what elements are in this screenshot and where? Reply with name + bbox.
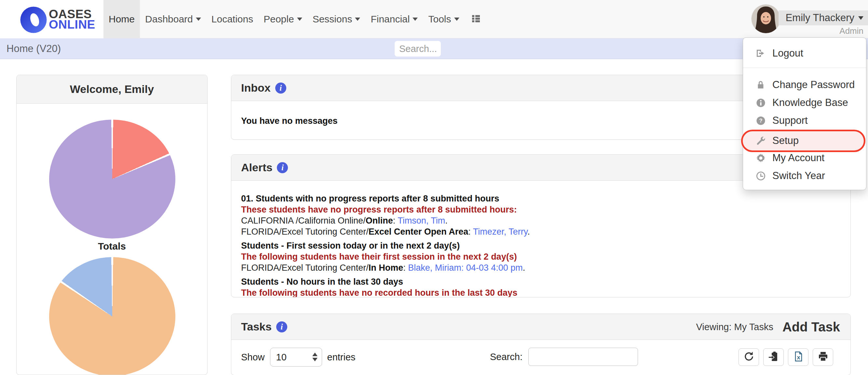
nav-item-label: People	[264, 14, 294, 25]
menu-item-change-password[interactable]: Change Password	[743, 76, 866, 94]
tasks-panel: Tasks i Viewing: My Tasks Add Task Show …	[231, 314, 851, 375]
menu-item-setup[interactable]: Setup	[743, 132, 866, 150]
welcome-panel-header: Welcome, Emily	[17, 75, 207, 104]
welcome-panel: Welcome, Emily Totals	[16, 75, 208, 375]
caret-down-icon	[355, 18, 360, 21]
alert-row-location: Excel Center Open Area	[369, 227, 468, 237]
user-avatar[interactable]	[751, 5, 780, 33]
tasks-viewing-toggle[interactable]: Viewing: My Tasks	[696, 322, 773, 333]
export-excel-button[interactable]: X	[788, 348, 808, 366]
alert-heading: 01. Students with no progress reports af…	[241, 193, 841, 204]
alert-row-prefix: FLORIDA/Excel Tutoring Center/	[241, 227, 369, 237]
nav-item-label: Home	[108, 14, 135, 25]
student-link[interactable]: Blake, Miriam: 04-03 4:00 pm	[408, 263, 523, 273]
menu-item-knowledge-base[interactable]: Knowledge Base	[743, 94, 866, 112]
svg-text:?: ?	[759, 117, 762, 124]
page-size-control: Show 10 entries	[241, 348, 355, 367]
tasks-title: Tasks	[241, 320, 272, 333]
refresh-button[interactable]	[739, 348, 759, 366]
global-search-box	[395, 41, 441, 57]
alert-row: CALIFORNIA /California Online/Online: Ti…	[241, 215, 841, 226]
menu-item-label: Change Password	[772, 79, 855, 91]
apps-menu-button[interactable]	[465, 0, 487, 38]
page-size-select[interactable]: 10	[270, 348, 322, 367]
nav-item-label: Sessions	[313, 14, 352, 25]
brand-line2: ONLINE	[49, 20, 95, 30]
alert-row-suffix: .	[523, 263, 525, 273]
alert-row-suffix: .	[445, 216, 448, 226]
excel-file-icon: X	[793, 351, 804, 363]
caret-down-icon	[196, 18, 201, 21]
alerts-list: 01. Students with no progress reports af…	[231, 181, 850, 297]
alerts-info-icon[interactable]: i	[277, 162, 288, 173]
user-name: Emily Thackery	[786, 12, 854, 24]
totals-chart-label: Totals	[17, 241, 207, 252]
alert-row: FLORIDA/Excel Tutoring Center/Excel Cent…	[241, 226, 841, 237]
question-circle-icon: ?	[755, 116, 767, 126]
printer-icon	[817, 351, 829, 363]
alert-row-suffix: .	[527, 227, 530, 237]
menu-item-label: Knowledge Base	[772, 97, 848, 108]
add-task-button[interactable]: Add Task	[782, 320, 840, 334]
brand-logo-icon	[19, 5, 48, 36]
nav-item-label: Tools	[428, 14, 451, 25]
alert-row-separator: :	[393, 216, 398, 226]
tasks-info-icon[interactable]: i	[276, 321, 287, 333]
tasks-search-control: Search:	[490, 348, 638, 366]
brand-logo[interactable]: OASES ONLINE	[0, 0, 103, 38]
menu-item-logout[interactable]: Logout	[743, 44, 866, 62]
nav-item-label: Dashboard	[145, 14, 193, 25]
brand-wordmark: OASES ONLINE	[49, 9, 95, 30]
nav-item-home[interactable]: Home	[103, 0, 140, 38]
inbox-info-icon[interactable]: i	[275, 82, 286, 94]
nav-item-sessions[interactable]: Sessions	[307, 0, 366, 38]
page-size-value: 10	[276, 348, 287, 366]
user-menu-toggle[interactable]: Emily Thackery	[778, 10, 868, 25]
tasks-toolbar: X	[739, 348, 833, 366]
alert-row-separator: :	[403, 263, 408, 273]
assign-tasks-button[interactable]	[763, 348, 784, 366]
gear-icon	[755, 153, 767, 163]
nav-item-financial[interactable]: Financial	[365, 0, 423, 38]
alert-group: Students - No hours in the last 30 daysT…	[241, 276, 841, 297]
nav-item-tools[interactable]: Tools	[423, 0, 464, 38]
svg-text:X: X	[797, 355, 800, 361]
alert-row-location: In Home	[369, 263, 403, 273]
global-search-input[interactable]	[395, 41, 441, 57]
user-area: Emily Thackery Admin	[738, 0, 868, 38]
alert-group: 01. Students with no progress reports af…	[241, 193, 841, 237]
menu-item-support[interactable]: ?Support	[743, 111, 866, 130]
tasks-panel-header: Tasks i Viewing: My Tasks Add Task	[231, 314, 850, 340]
nav-item-label: Locations	[212, 14, 253, 25]
student-link[interactable]: Timezer, Terry	[473, 227, 528, 237]
menu-item-label: Switch Year	[772, 170, 825, 182]
menu-item-my-account[interactable]: My Account	[743, 149, 866, 167]
alerts-title: Alerts	[241, 161, 272, 174]
caret-down-icon	[454, 18, 459, 21]
tasks-search-input[interactable]	[528, 348, 638, 366]
user-role: Admin	[839, 26, 863, 36]
alert-message: These students have no progress reports …	[241, 204, 841, 215]
lock-icon	[755, 80, 767, 90]
alert-row-location: Online	[366, 216, 393, 226]
alert-heading: Students - No hours in the last 30 days	[241, 276, 841, 287]
tasks-header-actions: Viewing: My Tasks Add Task	[696, 314, 850, 340]
breadcrumb-bar: Home (V20)	[0, 38, 868, 59]
menu-item-label: Logout	[772, 47, 803, 59]
nav-item-dashboard[interactable]: Dashboard	[140, 0, 206, 38]
nav-item-people[interactable]: People	[258, 0, 307, 38]
show-label: Show	[241, 352, 265, 363]
print-button[interactable]	[813, 348, 833, 366]
alert-message: The following students have their first …	[241, 251, 841, 262]
entries-label: entries	[327, 352, 355, 363]
alert-row-prefix: FLORIDA/Excel Tutoring Center/	[241, 263, 369, 273]
student-link[interactable]: Timson, Tim	[398, 216, 445, 226]
clock-icon	[755, 171, 767, 181]
nav-item-locations[interactable]: Locations	[206, 0, 258, 38]
menu-item-label: My Account	[772, 152, 825, 164]
secondary-pie-chart	[49, 257, 175, 375]
menu-item-switch-year[interactable]: Switch Year	[743, 167, 866, 185]
caret-down-icon	[858, 16, 863, 20]
tasks-search-label: Search:	[490, 351, 523, 362]
nav-item-label: Financial	[371, 14, 410, 25]
